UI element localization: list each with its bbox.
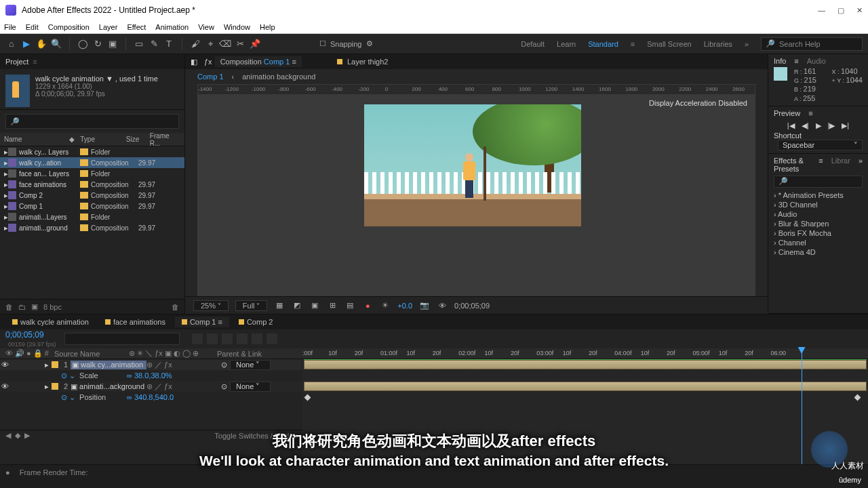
orbit-tool-icon[interactable]: ◯: [77, 38, 89, 50]
pen-tool-icon[interactable]: ✎: [148, 38, 160, 50]
rect-tool-icon[interactable]: ▭: [133, 38, 145, 50]
workspace-overflow-icon[interactable]: »: [745, 40, 749, 48]
menu-window[interactable]: Window: [224, 23, 250, 31]
channel-icon[interactable]: ●: [362, 300, 373, 311]
shy-icon[interactable]: [222, 333, 233, 344]
guides-icon[interactable]: ▤: [344, 300, 355, 311]
brush-tool-icon[interactable]: 🖌: [189, 38, 201, 50]
info-tab[interactable]: Info: [774, 57, 786, 65]
mask-toggle-icon[interactable]: ◩: [292, 300, 302, 311]
add-keyframe-icon[interactable]: ◆: [15, 431, 20, 440]
zoom-dropdown[interactable]: 25% ˅: [193, 300, 229, 311]
workspace-learn[interactable]: Learn: [557, 40, 576, 48]
keyframe-icon[interactable]: [854, 394, 861, 401]
timeline-tab[interactable]: Comp 2: [232, 317, 280, 327]
libraries-tab[interactable]: Librar: [831, 157, 850, 173]
delete-icon[interactable]: 🗑: [172, 303, 179, 311]
timeline-tab[interactable]: walk cycle animation: [5, 317, 96, 327]
camera-tool-icon[interactable]: ▣: [106, 38, 119, 50]
effects-category[interactable]: › Boris FX Mocha: [774, 228, 863, 238]
timeline-property-row[interactable]: ⊙ ⌄Position∞ 340.8,540.0: [0, 392, 302, 403]
timeline-property-row[interactable]: ⊙ ⌄Scale∞ 38.0,38.0%: [0, 370, 302, 381]
selection-tool-icon[interactable]: ▶: [20, 38, 33, 50]
effects-icon[interactable]: ƒx: [204, 58, 212, 66]
new-comp-icon[interactable]: ▣: [31, 302, 38, 311]
timeline-tab[interactable]: Comp 1 ≡: [175, 317, 229, 327]
project-item[interactable]: ▸walk cy...ationComposition29.97: [0, 157, 184, 168]
project-item[interactable]: ▸animati...LayersFolder: [0, 211, 184, 222]
project-tab[interactable]: Project: [5, 58, 28, 66]
roto-tool-icon[interactable]: ✂: [234, 38, 246, 50]
snapshot-icon[interactable]: 📷: [419, 300, 430, 311]
next-frame-icon[interactable]: |▶: [828, 121, 835, 130]
project-search-input[interactable]: 🔎: [5, 114, 179, 129]
show-snapshot-icon[interactable]: 👁: [437, 300, 448, 311]
timeline-tab[interactable]: face animations: [98, 317, 172, 327]
snapping-options-icon[interactable]: ⚙: [366, 39, 373, 48]
rotate-tool-icon[interactable]: ↻: [92, 38, 104, 50]
effects-category[interactable]: › Audio: [774, 209, 863, 219]
eraser-tool-icon[interactable]: ⌫: [219, 38, 231, 50]
effects-category[interactable]: › 3D Channel: [774, 200, 863, 209]
col-type[interactable]: Type: [76, 136, 122, 143]
workspace-default[interactable]: Default: [521, 40, 545, 48]
home-icon[interactable]: ⌂: [5, 38, 18, 50]
interpret-footage-icon[interactable]: 🗑: [5, 303, 13, 311]
last-frame-icon[interactable]: ▶|: [842, 121, 849, 130]
zoom-tool-icon[interactable]: 🔍: [50, 38, 62, 50]
audio-tab[interactable]: Audio: [807, 57, 826, 65]
menu-edit[interactable]: Edit: [26, 23, 39, 31]
col-label-icon[interactable]: ◆: [65, 136, 76, 143]
timeline-tracks[interactable]: :00f10f20f01:00f10f20f02:00f10f20f03:00f…: [302, 348, 868, 464]
menu-file[interactable]: File: [4, 23, 16, 31]
timeline-layer-row[interactable]: 👁▸1▣ walk cy...animation⊛ ／ ƒx⊙ None ˅: [0, 359, 302, 370]
effects-category[interactable]: › Channel: [774, 238, 863, 247]
project-item[interactable]: ▸animati...groundComposition29.97: [0, 222, 184, 233]
breadcrumb-parent[interactable]: animation background: [242, 73, 315, 81]
panel-menu-icon[interactable]: ≡: [33, 58, 37, 66]
minimize-icon[interactable]: —: [818, 6, 825, 15]
comp-current-time[interactable]: 0;00;05;09: [454, 302, 490, 310]
clone-tool-icon[interactable]: ⌖: [204, 38, 216, 50]
timeline-layer-row[interactable]: 👁▸2▣ animati...ackground⊛ ／ ƒx⊙ None ˅: [0, 381, 302, 392]
layer-tab[interactable]: Layer thigh2: [332, 56, 394, 67]
panel-overflow-icon[interactable]: »: [859, 157, 863, 173]
menu-animation[interactable]: Animation: [155, 23, 189, 31]
prev-keyframe-icon[interactable]: ◀: [5, 431, 11, 440]
comp-layer-toggle-icon[interactable]: ◧: [191, 58, 197, 66]
timeline-playhead[interactable]: [802, 348, 802, 464]
grid-icon[interactable]: ⊞: [327, 300, 338, 311]
search-help-input[interactable]: 🔎 Search Help: [761, 37, 863, 51]
puppet-tool-icon[interactable]: 📌: [249, 38, 261, 50]
col-name[interactable]: Name: [0, 136, 65, 143]
project-item[interactable]: ▸face animationsComposition29.97: [0, 179, 184, 190]
col-frame-rate[interactable]: Frame R...: [146, 132, 184, 147]
first-frame-icon[interactable]: |◀: [787, 121, 795, 130]
workspace-libraries[interactable]: Libraries: [704, 40, 732, 48]
close-icon[interactable]: ✕: [856, 6, 863, 15]
effects-category[interactable]: › * Animation Presets: [774, 190, 863, 200]
project-item[interactable]: ▸face an... LayersFolder: [0, 168, 184, 179]
roi-icon[interactable]: ▣: [309, 300, 320, 311]
workspace-small-screen[interactable]: Small Screen: [647, 40, 691, 48]
effects-category[interactable]: › Blur & Sharpen: [774, 219, 863, 228]
graph-editor-icon[interactable]: [267, 333, 277, 344]
next-keyframe-icon[interactable]: ▶: [24, 431, 30, 440]
keyframe-icon[interactable]: [304, 394, 311, 401]
play-icon[interactable]: ▶: [816, 121, 821, 130]
effects-presets-tab[interactable]: Effects & Presets: [774, 157, 810, 173]
menu-composition[interactable]: Composition: [48, 23, 90, 31]
col-source-name[interactable]: Source Name: [54, 350, 129, 358]
frame-blend-icon[interactable]: [237, 333, 248, 344]
shortcut-dropdown[interactable]: Spacebar ˅: [778, 140, 863, 150]
effects-category[interactable]: › Cinema 4D: [774, 247, 863, 257]
hand-tool-icon[interactable]: ✋: [35, 38, 47, 50]
transparency-grid-icon[interactable]: ▦: [274, 300, 285, 311]
layer-1-bar[interactable]: [304, 360, 867, 369]
preview-tab[interactable]: Preview: [774, 109, 800, 117]
menu-effect[interactable]: Effect: [127, 23, 146, 31]
timeline-search-input[interactable]: [64, 333, 180, 345]
reset-exposure-icon[interactable]: ☀: [380, 300, 391, 311]
composition-tab[interactable]: Composition Comp 1 ≡: [215, 56, 302, 67]
new-folder-icon[interactable]: 🗀: [18, 303, 26, 311]
